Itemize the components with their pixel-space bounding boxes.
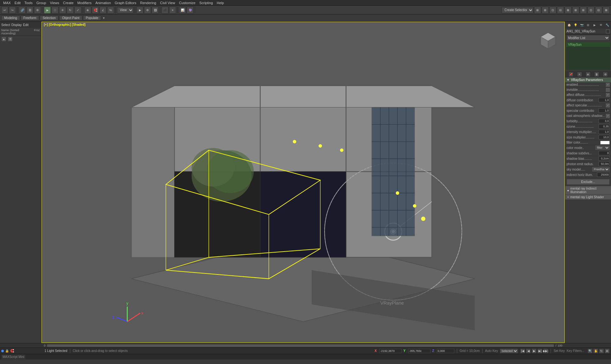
prop-ozone-spinner[interactable] bbox=[599, 124, 610, 129]
angle-snap-button[interactable]: ∠ bbox=[100, 7, 106, 14]
menu-graph-editors[interactable]: Graph Editors bbox=[113, 1, 138, 5]
prop-sky-model-dropdown[interactable]: Preetham et bbox=[592, 167, 610, 172]
menu-max[interactable]: MAX bbox=[1, 1, 13, 5]
remove-icon[interactable]: 🗑 bbox=[594, 72, 599, 77]
undo-button[interactable]: ↩ bbox=[1, 7, 8, 14]
next-frame-btn[interactable]: ▶| bbox=[537, 348, 542, 354]
prop-indirect-horiz-spinner[interactable] bbox=[597, 172, 610, 177]
viewport-cube[interactable] bbox=[538, 31, 559, 52]
menu-customize[interactable]: Customize bbox=[177, 1, 197, 5]
snap-button[interactable]: 🧲 bbox=[92, 7, 99, 14]
scale-button[interactable]: ⤢ bbox=[74, 7, 81, 14]
config-icon[interactable]: ⚙ bbox=[603, 72, 608, 77]
menu-views[interactable]: Views bbox=[48, 1, 61, 5]
unlink-button[interactable]: ⛓ bbox=[26, 7, 33, 14]
prop-size-mult-spinner[interactable] bbox=[599, 135, 610, 139]
prop-affect-specular-checkbox[interactable] bbox=[606, 104, 610, 107]
menu-rendering[interactable]: Rendering bbox=[138, 1, 158, 5]
scene-select[interactable]: Select bbox=[1, 23, 10, 27]
bind-wspace-button[interactable]: ⚙ bbox=[34, 7, 41, 14]
viewport[interactable]: [+] [Orthographic] [Shaded] bbox=[41, 22, 565, 343]
autokey-dropdown[interactable]: Selected bbox=[500, 348, 518, 354]
extra-btn-9[interactable]: ⊟ bbox=[595, 7, 602, 14]
orbit-btn[interactable]: ↻ bbox=[599, 348, 604, 354]
maximize-btn[interactable]: ⊞ bbox=[605, 348, 610, 354]
prop-shadow-subdivs-spinner[interactable] bbox=[599, 151, 610, 155]
modifier-list-dropdown[interactable]: Modifier List bbox=[566, 35, 610, 41]
redo-button[interactable]: ↪ bbox=[9, 7, 16, 14]
pin-icon[interactable]: 📌 bbox=[568, 72, 573, 77]
prop-intensity-mult-spinner[interactable] bbox=[599, 130, 610, 134]
modeling-tab[interactable]: Modeling bbox=[1, 16, 20, 20]
prop-enabled-checkbox[interactable] bbox=[606, 83, 610, 87]
menu-civil-view[interactable]: Civil View bbox=[158, 1, 177, 5]
view-dropdown[interactable]: View bbox=[117, 7, 134, 13]
populate-tab[interactable]: Populate bbox=[83, 16, 101, 20]
pan-btn[interactable]: ✋ bbox=[593, 348, 598, 354]
select-region-button[interactable]: □ bbox=[51, 7, 58, 14]
extra-btn-8[interactable]: ⊡ bbox=[587, 7, 594, 14]
render-setup-button[interactable]: ⚙ bbox=[144, 7, 151, 14]
menu-group[interactable]: Group bbox=[35, 1, 48, 5]
schematic-button[interactable]: 📊 bbox=[179, 7, 186, 14]
y-coord-input[interactable] bbox=[408, 349, 430, 353]
prop-cast-atm-checkbox[interactable] bbox=[606, 114, 610, 118]
prop-affect-diffuse-checkbox[interactable] bbox=[606, 93, 610, 97]
material-editor-button[interactable]: 🔮 bbox=[187, 7, 194, 14]
house-icon[interactable]: 🏠 bbox=[566, 22, 572, 28]
extra-btn-2[interactable]: ⊞ bbox=[542, 7, 549, 14]
extra-btn-3[interactable]: ⊡ bbox=[549, 7, 556, 14]
scene-edit[interactable]: Edit bbox=[23, 23, 29, 27]
scene-display[interactable]: Display bbox=[11, 23, 22, 27]
menu-modifiers[interactable]: Modifiers bbox=[75, 1, 93, 5]
modifier-vrayun[interactable]: VRaySun bbox=[566, 42, 610, 47]
extra-btn-4[interactable]: ⊟ bbox=[557, 7, 564, 14]
rotate-button[interactable]: ↻ bbox=[67, 7, 74, 14]
z-coord-input[interactable] bbox=[437, 349, 454, 353]
menu-edit[interactable]: Edit bbox=[13, 1, 23, 5]
create-selection-dropdown[interactable]: Create Selection bbox=[502, 7, 533, 13]
x-coord-input[interactable] bbox=[379, 349, 402, 353]
scene-icon-2[interactable]: ☰ bbox=[8, 37, 13, 42]
light-icon[interactable]: 💡 bbox=[573, 22, 578, 28]
freeform-tab[interactable]: Freeform bbox=[21, 16, 39, 20]
unique-icon[interactable]: ⊕ bbox=[586, 72, 591, 77]
prop-filter-color-btn[interactable] bbox=[600, 141, 610, 145]
timeline-slider[interactable] bbox=[47, 344, 554, 347]
prop-specular-contrib-spinner[interactable] bbox=[599, 108, 610, 113]
percent-snap-button[interactable]: % bbox=[107, 7, 114, 14]
selection-tab[interactable]: Selection bbox=[40, 16, 58, 20]
exclude-button[interactable]: Exclude... bbox=[566, 179, 610, 185]
pivot-button[interactable]: ⊕ bbox=[84, 7, 91, 14]
prev-frame-btn[interactable]: ◀ bbox=[526, 348, 531, 354]
extra-btn-7[interactable]: ⊞ bbox=[580, 7, 587, 14]
script-input-area[interactable] bbox=[27, 355, 610, 359]
prev-key-btn[interactable]: |◀ bbox=[520, 348, 525, 354]
scene-icon-1[interactable]: ▲ bbox=[1, 37, 6, 42]
prop-invisible-checkbox[interactable] bbox=[606, 88, 610, 92]
prop-diffuse-contrib-spinner[interactable] bbox=[599, 98, 610, 102]
stack-icon[interactable]: ≡ bbox=[577, 72, 582, 77]
align-button[interactable]: ≡ bbox=[169, 7, 176, 14]
select-button[interactable]: ▶ bbox=[44, 7, 51, 14]
link-button[interactable]: 🔗 bbox=[19, 7, 26, 14]
zoom-btn[interactable]: 🔍 bbox=[587, 348, 593, 354]
more-options[interactable]: ▾ bbox=[103, 16, 105, 20]
extra-btn-1[interactable]: ⊞ bbox=[534, 7, 541, 14]
prop-color-mode-dropdown[interactable]: filter bbox=[595, 145, 610, 150]
menu-scripting[interactable]: Scripting bbox=[197, 1, 215, 5]
extra-btn-10[interactable]: ⊠ bbox=[603, 7, 610, 14]
render-button[interactable]: ▶ bbox=[136, 7, 143, 14]
move-button[interactable]: ✛ bbox=[59, 7, 66, 14]
mirror-button[interactable]: ⬛ bbox=[161, 7, 168, 14]
rendered-frame-button[interactable]: 🖼 bbox=[152, 7, 159, 14]
extra-btn-5[interactable]: ⊠ bbox=[565, 7, 572, 14]
prop-shadow-bias-spinner[interactable] bbox=[599, 156, 610, 161]
menu-help[interactable]: Help bbox=[215, 1, 226, 5]
play-btn[interactable]: ▶ bbox=[532, 348, 537, 354]
menu-create[interactable]: Create bbox=[61, 1, 75, 5]
object-paint-tab[interactable]: Object Paint bbox=[59, 16, 82, 20]
display-icon[interactable]: 👁 bbox=[598, 22, 604, 28]
mental-ray-indirect-header[interactable]: ● mental ray Indirect Illumination bbox=[565, 186, 611, 194]
next-key-btn[interactable]: ▶▶| bbox=[543, 348, 548, 354]
